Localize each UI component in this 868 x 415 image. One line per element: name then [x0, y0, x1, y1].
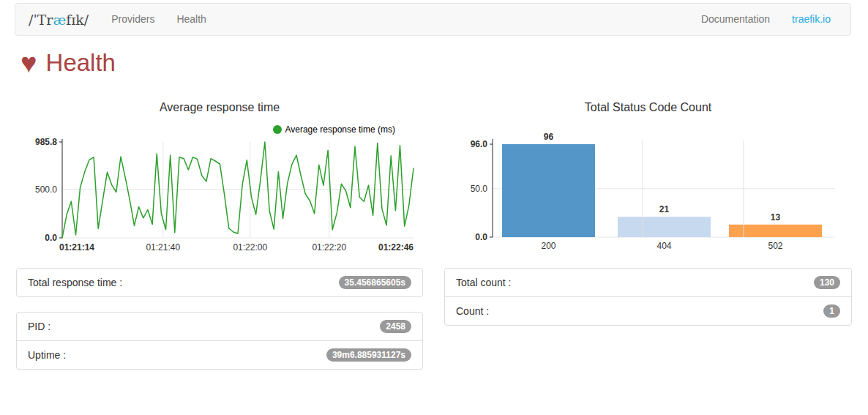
svg-text:13: 13: [771, 212, 781, 223]
panel-row-uptime: Uptime : 39m6.885931127s: [17, 340, 422, 369]
svg-text:500.0: 500.0: [35, 184, 57, 195]
svg-text:01:22:20: 01:22:20: [312, 242, 346, 253]
svg-text:01:22:00: 01:22:00: [233, 242, 267, 253]
response-time-section: Average response time Average response t…: [16, 95, 423, 370]
count-label: Count :: [456, 305, 489, 317]
status-counts-panel: Total count : 130 Count : 1: [444, 268, 852, 326]
bar-chart-title: Total Status Code Count: [444, 101, 852, 114]
pid-badge: 2458: [380, 320, 411, 333]
total-response-time-label: Total response time :: [28, 277, 122, 288]
nav-links-right: Documentation traefik.io: [690, 4, 850, 35]
traefik-logo[interactable]: /ˈTræfɪk/: [15, 12, 100, 28]
brand-suffix: fɪk/: [66, 12, 89, 28]
status-code-section: Total Status Code Count 0.050.096.096200…: [444, 95, 852, 326]
legend-dot-icon: [273, 125, 282, 134]
line-chart-title: Average response time: [16, 101, 423, 114]
panel-row-total-count: Total count : 130: [445, 269, 851, 296]
svg-text:404: 404: [656, 241, 671, 251]
bar-chart-svg: 0.050.096.0962002140413502: [444, 124, 852, 253]
legend-label: Average response time (ms): [285, 124, 395, 135]
total-count-label: Total count :: [456, 277, 512, 288]
nav-item-providers[interactable]: Providers: [100, 3, 165, 36]
svg-text:01:22:46: 01:22:46: [378, 242, 414, 253]
svg-text:96: 96: [544, 132, 554, 142]
line-chart-legend[interactable]: Average response time (ms): [16, 124, 423, 135]
page-title-text: Health: [46, 48, 116, 78]
total-response-time-badge: 35.456865605s: [339, 276, 411, 289]
line-chart-svg: 0.0500.0985.801:21:1401:21:4001:22:0001:…: [16, 137, 423, 254]
nav-links-left: Providers Health: [100, 4, 217, 35]
count-badge: 1: [823, 304, 840, 318]
panel-row-pid: PID : 2458: [17, 313, 422, 340]
svg-text:985.8: 985.8: [35, 137, 57, 147]
nav-item-health[interactable]: Health: [165, 3, 217, 36]
svg-text:01:21:40: 01:21:40: [146, 242, 180, 253]
svg-text:0.0: 0.0: [45, 233, 57, 243]
uptime-badge: 39m6.885931127s: [326, 348, 411, 362]
svg-text:50.0: 50.0: [471, 184, 488, 194]
panel-row-total-response: Total response time : 35.456865605s: [17, 269, 422, 296]
svg-text:01:21:14: 01:21:14: [59, 242, 94, 253]
nav-item-documentation[interactable]: Documentation: [690, 3, 781, 36]
page-title: ♥ Health: [20, 48, 116, 78]
svg-text:96.0: 96.0: [471, 139, 488, 149]
pid-label: PID :: [28, 321, 50, 332]
total-response-time-panel: Total response time : 35.456865605s: [16, 268, 423, 297]
nav-item-traefik-io[interactable]: traefik.io: [781, 3, 842, 36]
panel-row-count: Count : 1: [445, 296, 851, 325]
total-count-badge: 130: [814, 276, 840, 289]
svg-text:200: 200: [541, 241, 555, 251]
svg-text:21: 21: [659, 204, 670, 214]
heart-icon: ♥: [20, 49, 37, 77]
brand-accent: æ: [53, 12, 66, 28]
brand-prefix: /ˈTr: [29, 12, 53, 28]
svg-text:0.0: 0.0: [475, 232, 487, 242]
svg-text:502: 502: [768, 241, 782, 251]
navbar: /ˈTræfɪk/ Providers Health Documentation…: [15, 3, 851, 36]
process-info-panel: PID : 2458 Uptime : 39m6.885931127s: [16, 312, 423, 370]
uptime-label: Uptime :: [28, 349, 66, 361]
